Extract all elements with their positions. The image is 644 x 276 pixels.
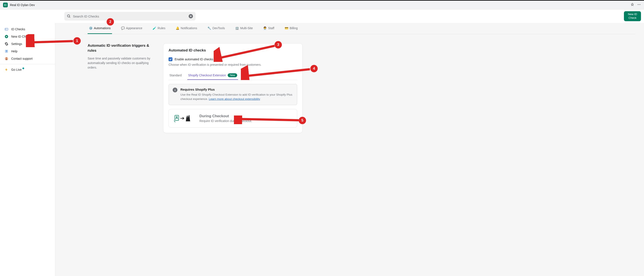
- tab-billing[interactable]: 💳Billing: [283, 23, 299, 34]
- sidebar: ID Checks New ID Check Settings ? Help C…: [0, 23, 55, 276]
- svg-point-20: [176, 116, 178, 118]
- sidebar-item-id-checks[interactable]: ID Checks: [0, 26, 55, 33]
- filter-icon: 🧪: [152, 26, 156, 30]
- billing-icon: 💳: [285, 26, 288, 30]
- status-dot-icon: [22, 67, 24, 69]
- chat-icon: 💬: [121, 26, 125, 30]
- gear-icon: ⚙️: [89, 26, 92, 30]
- building-icon: 🏢: [235, 26, 239, 30]
- plus-circle-icon: [4, 34, 9, 39]
- sidebar-item-label: New ID Check: [11, 35, 30, 38]
- svg-point-4: [640, 4, 640, 5]
- sidebar-item-go-live[interactable]: Go Live: [0, 66, 55, 73]
- svg-point-1: [5, 5, 6, 5]
- gear-icon: [4, 42, 9, 46]
- settings-tabs: ⚙️Automations 💬Appearance 🧪Rules 🔔Notifi…: [84, 23, 635, 34]
- tab-rules[interactable]: 🧪Rules: [151, 23, 166, 34]
- svg-rect-22: [187, 116, 188, 117]
- svg-point-18: [6, 58, 7, 59]
- sidebar-item-label: Go Live: [11, 68, 22, 71]
- staff-icon: 🧑‍💼: [263, 26, 267, 30]
- option-during-checkout[interactable]: During Checkout Require ID verification …: [168, 109, 297, 128]
- tab-staff[interactable]: 🧑‍💼Staff: [262, 23, 276, 34]
- sidebar-item-label: Help: [11, 50, 18, 53]
- checkout-subtabs: Standard Shopify Checkout Extension New: [168, 71, 297, 80]
- search-field[interactable]: [64, 12, 196, 21]
- app-logo-icon: [3, 3, 8, 7]
- subtab-shopify-checkout[interactable]: Shopify Checkout Extension New: [187, 71, 238, 80]
- tab-devtools[interactable]: 🔧DevTools: [206, 23, 226, 34]
- more-icon[interactable]: [637, 3, 641, 7]
- sidebar-item-label: Settings: [11, 42, 22, 46]
- tab-automations[interactable]: ⚙️Automations: [88, 23, 112, 34]
- tab-appearance[interactable]: 💬Appearance: [120, 23, 144, 34]
- app-title: Real ID Dylan Dev: [10, 3, 35, 7]
- intro-body: Save time and passively validate custome…: [88, 56, 154, 70]
- bell-icon: 🔔: [176, 26, 179, 30]
- tab-notifications[interactable]: 🔔Notifications: [174, 23, 198, 34]
- info-body: Use the Real ID Shopify Checkout Extensi…: [180, 93, 293, 101]
- svg-text:?: ?: [6, 50, 7, 53]
- search-input[interactable]: [73, 15, 188, 18]
- svg-rect-23: [188, 115, 190, 117]
- tab-multi-site[interactable]: 🏢Multi-Site: [234, 23, 254, 34]
- intro-heading: Automatic ID verification triggers & rul…: [88, 43, 154, 53]
- checkbox-label: Enable automated ID checks: [174, 58, 213, 61]
- sidebar-item-label: Contact support: [11, 57, 32, 60]
- svg-point-2: [638, 4, 638, 5]
- option-heading: During Checkout: [200, 114, 252, 118]
- svg-line-6: [69, 17, 70, 18]
- main-content: ⚙️Automations 💬Appearance 🧪Rules 🔔Notifi…: [55, 23, 644, 276]
- automated-id-checks-card: Automated ID checks Enable automated ID …: [163, 43, 302, 133]
- checkout-glyph-icon: [174, 113, 193, 123]
- pin-icon[interactable]: [630, 3, 634, 7]
- id-checks-icon: [4, 27, 9, 31]
- question-icon: ?: [4, 49, 9, 53]
- info-icon: i: [173, 88, 178, 92]
- enable-automated-checkbox[interactable]: [168, 57, 172, 61]
- search-icon: [67, 14, 71, 18]
- clear-search-icon[interactable]: [188, 14, 193, 18]
- sidebar-item-label: ID Checks: [11, 28, 25, 31]
- svg-point-3: [639, 4, 640, 5]
- page-intro: Automatic ID verification triggers & rul…: [88, 43, 154, 133]
- sidebar-item-settings[interactable]: Settings: [0, 40, 55, 48]
- new-badge: New: [228, 73, 237, 77]
- new-id-check-button[interactable]: New ID Check: [624, 11, 641, 21]
- subtab-standard[interactable]: Standard: [168, 71, 182, 80]
- lightning-icon: [4, 67, 9, 72]
- tools-icon: 🔧: [208, 26, 211, 30]
- svg-point-5: [67, 15, 70, 17]
- toolbar: New ID Check: [0, 10, 644, 23]
- person-icon: [4, 56, 9, 61]
- sidebar-item-help[interactable]: ? Help: [0, 48, 55, 55]
- info-heading: Requires Shopify Plus: [180, 88, 293, 91]
- card-heading: Automated ID checks: [168, 48, 297, 53]
- svg-rect-9: [5, 28, 8, 30]
- learn-more-link[interactable]: Learn more about checkout extensibility: [209, 97, 260, 101]
- app-topbar: Real ID Dylan Dev: [0, 0, 644, 10]
- checkbox-description: Choose when ID verification is presented…: [168, 63, 297, 66]
- sidebar-item-contact-support[interactable]: Contact support: [0, 55, 55, 62]
- info-requires-shopify-plus: i Requires Shopify Plus Use the Real ID …: [168, 84, 297, 105]
- option-body: Require ID verification during checkout.: [200, 119, 252, 123]
- sidebar-item-new-id-check[interactable]: New ID Check: [0, 33, 55, 40]
